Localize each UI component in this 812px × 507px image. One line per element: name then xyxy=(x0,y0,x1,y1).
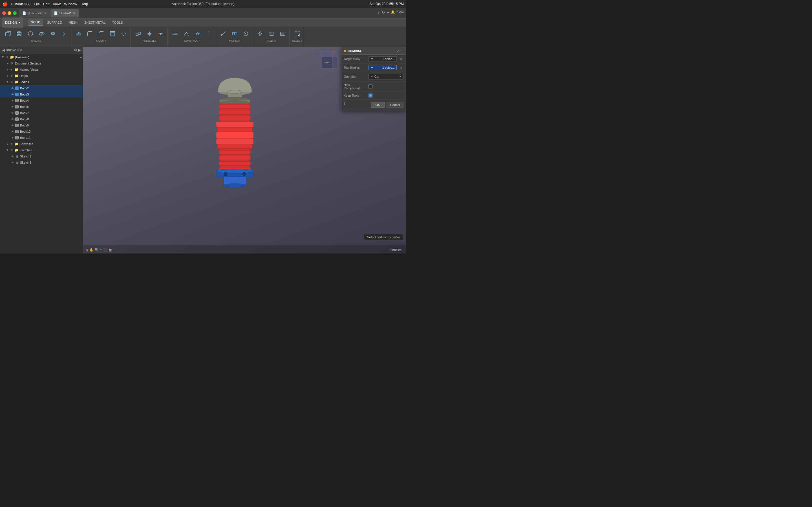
tree-eye-sketch3[interactable]: 👁 xyxy=(10,160,15,165)
menu-help[interactable]: Help xyxy=(80,2,88,6)
tree-eye-body3[interactable]: 👁 xyxy=(10,92,15,97)
create-sphere-tool[interactable] xyxy=(26,29,36,39)
tree-item-named-views[interactable]: ▶ 👁 📁 Named Views xyxy=(0,66,83,73)
modify-move-tool[interactable] xyxy=(119,29,129,39)
tab-tools[interactable]: TOOLS xyxy=(109,19,125,25)
menu-fusion360[interactable]: Fusion 360 xyxy=(11,2,31,6)
tree-arrow-bodies[interactable]: ▶ xyxy=(6,80,10,84)
tree-eye-body2[interactable]: 👁 xyxy=(10,86,15,91)
construct-axis-tool[interactable] xyxy=(204,29,214,39)
apple-menu[interactable]: 🍎 xyxy=(2,1,8,7)
tab-close-1[interactable]: ✕ xyxy=(44,11,47,15)
construct-tool-1[interactable] xyxy=(170,29,180,39)
combine-more-icon[interactable]: ⋯ xyxy=(400,49,403,53)
tree-eye-canvases[interactable]: 👁 xyxy=(10,142,14,146)
close-button[interactable] xyxy=(2,11,6,15)
3d-viewport[interactable]: FRONT Y Z ⊕ ✋ 🔍 + ⬛ ▦ 2 Bodies COMBINE xyxy=(83,47,406,253)
tool-bodies-clear-button[interactable]: ✕ xyxy=(399,65,403,70)
tree-eye-body9[interactable]: 👁 xyxy=(10,123,15,128)
notifications-button[interactable]: 🔔 xyxy=(391,10,395,16)
modify-chamfer-tool[interactable] xyxy=(96,29,106,39)
tree-arrow-origin[interactable]: ▶ xyxy=(6,74,10,78)
pan-tool[interactable]: ✋ xyxy=(89,248,94,252)
tree-item-body10[interactable]: 👁 Body10 xyxy=(0,128,83,135)
tree-eye-body4[interactable]: 👁 xyxy=(10,98,15,103)
tab-close-2[interactable]: ✕ xyxy=(73,11,75,15)
tool-bodies-value[interactable]: ▼ 1 selec... xyxy=(368,65,397,70)
inspect-tool-2[interactable] xyxy=(230,29,240,39)
tree-eye-body11[interactable]: 👁 xyxy=(10,135,15,140)
assemble-joint-tool[interactable] xyxy=(144,29,154,39)
tree-arrow-sketches[interactable]: ▶ xyxy=(6,148,10,152)
menu-file[interactable]: File xyxy=(34,2,40,6)
modify-fillet-tool[interactable] xyxy=(85,29,95,39)
operation-select[interactable]: ✂ Cut ▼ xyxy=(368,74,403,79)
tree-item-body8[interactable]: 👁 Body8 xyxy=(0,116,83,122)
browser-collapse-right-icon[interactable]: ▶ xyxy=(78,48,81,52)
zoom-in-tool[interactable]: + xyxy=(100,248,102,252)
minimize-button[interactable] xyxy=(8,11,11,15)
construct-tool-3[interactable] xyxy=(193,29,203,39)
refresh-button[interactable]: ↻ xyxy=(382,10,385,16)
tree-arrow-doc-settings[interactable]: ▶ xyxy=(6,61,10,65)
tab-surface[interactable]: SURFACE xyxy=(44,19,64,25)
tree-item-sketches[interactable]: ▶ 👁 📁 Sketches xyxy=(0,147,83,153)
modify-press-pull-tool[interactable] xyxy=(73,29,84,39)
tree-eye-bodies[interactable]: 👁 xyxy=(10,80,14,84)
select-window-tool[interactable] xyxy=(292,29,302,39)
tree-item-body6[interactable]: 👁 Body6 xyxy=(0,104,83,110)
create-revolve-tool[interactable] xyxy=(59,29,69,39)
target-body-value[interactable]: ▼ 1 selec... xyxy=(368,56,397,61)
new-component-checkbox[interactable] xyxy=(368,84,372,89)
insert-tool-1[interactable] xyxy=(255,29,265,39)
tree-item-sketch3[interactable]: 👁 ▦ Sketch3 xyxy=(0,159,83,166)
inspect-measure-tool[interactable] xyxy=(218,29,229,39)
create-box-tool[interactable] xyxy=(3,29,13,39)
create-extrude-tool[interactable] xyxy=(48,29,58,39)
keep-tools-checkbox[interactable]: ✓ xyxy=(368,94,372,98)
tree-arrow-unsaved[interactable]: ▶ xyxy=(1,55,5,59)
tab-mesh[interactable]: MESH xyxy=(66,19,80,25)
tree-item-canvases[interactable]: ▶ 👁 📁 Canvases xyxy=(0,141,83,147)
tree-eye-sketch1[interactable]: 👁 xyxy=(10,154,15,159)
tree-item-unsaved[interactable]: ▶ 👁 📁 (Unsaved) ● xyxy=(0,54,83,60)
tab-sheet-metal[interactable]: SHEET METAL xyxy=(82,19,108,25)
tree-eye-body8[interactable]: 👁 xyxy=(10,117,15,121)
design-dropdown-button[interactable]: DESIGN ▼ xyxy=(2,17,23,27)
menu-window[interactable]: Window xyxy=(64,2,77,6)
tree-item-doc-settings[interactable]: ▶ ⚙ Document Settings xyxy=(0,60,83,66)
insert-canvas-tool[interactable] xyxy=(278,29,288,39)
combine-ok-button[interactable]: OK xyxy=(371,102,385,108)
create-cylinder-tool[interactable] xyxy=(14,29,24,39)
orbit-tool[interactable]: ⊕ xyxy=(86,248,88,252)
help-button[interactable]: ? xyxy=(396,10,398,16)
combine-info-icon[interactable]: ℹ xyxy=(344,102,345,108)
display-settings-tool[interactable]: ⬛ xyxy=(103,248,107,252)
tree-item-body7[interactable]: 👁 Body7 xyxy=(0,110,83,116)
tree-item-body9[interactable]: 👁 Body9 xyxy=(0,122,83,128)
tree-item-body2[interactable]: 👁 Body2 xyxy=(0,85,83,91)
tree-eye-unsaved[interactable]: 👁 xyxy=(5,55,10,59)
create-torus-tool[interactable] xyxy=(37,29,47,39)
menu-view[interactable]: View xyxy=(53,2,61,6)
tree-item-origin[interactable]: ▶ 👁 📁 Origin xyxy=(0,73,83,79)
tree-item-sketch1[interactable]: 👁 ▦ Sketch1 xyxy=(0,153,83,159)
tree-item-body3[interactable]: 👁 Body3 xyxy=(0,91,83,98)
insert-decal-tool[interactable] xyxy=(266,29,276,39)
combine-cancel-button[interactable]: Cancel xyxy=(387,102,403,108)
account-button[interactable]: AM xyxy=(399,10,404,16)
new-tab-button[interactable]: ＋ xyxy=(376,10,380,16)
tree-eye-body10[interactable]: 👁 xyxy=(10,129,15,134)
tree-item-bodies[interactable]: ▶ 👁 📁 Bodies xyxy=(0,79,83,85)
construct-tool-2[interactable] xyxy=(181,29,192,39)
tree-arrow-named-views[interactable]: ▶ xyxy=(6,68,10,71)
cloud-button[interactable]: ☁ xyxy=(386,10,390,16)
combine-expand-icon[interactable]: ⤢ xyxy=(397,49,399,53)
tree-item-body11[interactable]: 👁 Body11 xyxy=(0,135,83,141)
traffic-lights[interactable] xyxy=(0,10,19,16)
assemble-tool-3[interactable] xyxy=(156,29,166,39)
tab-dr-who[interactable]: 📄 dr who v2* ✕ xyxy=(19,9,50,17)
tree-item-body4[interactable]: 👁 Body4 xyxy=(0,98,83,104)
tree-eye-sketches[interactable]: 👁 xyxy=(10,148,14,152)
inspect-tool-3[interactable] xyxy=(241,29,251,39)
